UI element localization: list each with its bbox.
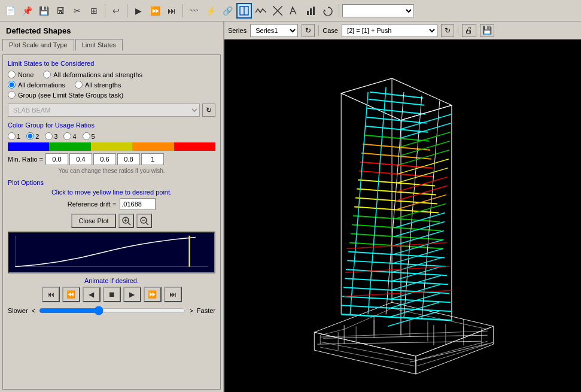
color-radio-2-input[interactable] — [26, 132, 34, 140]
stop-btn[interactable]: ⏹ — [103, 287, 121, 302]
export-btn[interactable]: 💾 — [480, 24, 494, 37]
color-bars — [8, 142, 215, 151]
color-radio-2[interactable]: 2 — [26, 132, 39, 140]
zoom-out-btn[interactable] — [136, 214, 152, 228]
play-fast-btn[interactable]: ⏩ — [147, 3, 163, 19]
main-layout: Deflected Shapes Plot Scale and Type Lim… — [0, 22, 581, 392]
radio-row-2: All deformations All strengths — [8, 81, 215, 89]
radio-none-input[interactable] — [8, 71, 16, 78]
svg-line-10 — [128, 223, 130, 225]
svg-rect-5 — [307, 11, 309, 15]
color-radio-5-input[interactable] — [83, 132, 90, 140]
plot-click-note: Click to move yellow line to desired poi… — [8, 189, 215, 196]
radio-row-1: None All deformations and strengths — [8, 71, 215, 78]
ratio-label: Min. Ratio = — [8, 156, 43, 163]
cut2-btn[interactable] — [270, 3, 285, 19]
ratio-input-1[interactable] — [69, 153, 92, 165]
view-sep1 — [318, 25, 319, 36]
grid-btn[interactable]: ⊞ — [86, 3, 102, 19]
color-radio-3-input[interactable] — [45, 132, 53, 140]
radio-all-ds-label: All deformations and strengths — [53, 71, 142, 78]
play-btn[interactable]: ▶ — [130, 3, 146, 19]
active-tool-btn[interactable] — [236, 3, 252, 19]
ls-refresh-btn[interactable]: ↻ — [202, 104, 215, 117]
left-panel: Deflected Shapes Plot Scale and Type Lim… — [0, 22, 224, 392]
slab-beam-dropdown[interactable]: SLAB BEAM — [8, 104, 200, 117]
3d-view[interactable] — [224, 39, 581, 392]
sep3 — [182, 4, 183, 17]
radio-all-s-input[interactable] — [75, 81, 83, 89]
tab-limit-states[interactable]: Limit States — [75, 39, 123, 51]
next-btn[interactable]: ⏩ — [144, 287, 162, 302]
radio-group[interactable]: Group (see Limit State Groups task) — [8, 91, 123, 99]
ratio-input-2[interactable] — [93, 153, 116, 165]
color-radio-4-input[interactable] — [63, 132, 71, 140]
zoom-in-btn[interactable] — [118, 214, 134, 228]
color-radio-4[interactable]: 4 — [63, 132, 76, 140]
ratio-input-3[interactable] — [117, 153, 140, 165]
color-radio-1[interactable]: 1 — [8, 132, 20, 140]
link-btn[interactable]: 🔗 — [220, 3, 235, 19]
ratio-note: You can change these ratios if you wish. — [8, 168, 215, 174]
tab-plot-scale[interactable]: Plot Scale and Type — [2, 39, 74, 51]
cut-btn[interactable]: ✂ — [69, 3, 85, 19]
case-refresh-btn[interactable]: ↻ — [441, 24, 454, 37]
svg-marker-8 — [324, 9, 326, 11]
radio-all-deform-strength[interactable]: All deformations and strengths — [43, 71, 142, 78]
cycle-btn[interactable] — [320, 3, 336, 19]
svg-line-14 — [146, 223, 148, 225]
color-group-title: Color Group for Usage Ratios — [8, 121, 215, 129]
case-dropdown[interactable]: [2] = [1] + Push — [342, 24, 437, 37]
speed-slider[interactable] — [39, 306, 185, 315]
color-radio-3[interactable]: 3 — [45, 132, 57, 140]
wave-btn[interactable]: 〰 — [186, 3, 202, 19]
color-bar-4 — [132, 142, 174, 151]
last-btn[interactable]: ⏭ — [164, 287, 182, 302]
radio-all-s-label: All strengths — [85, 81, 121, 89]
connect-btn[interactable] — [287, 3, 302, 19]
color-group-section: Color Group for Usage Ratios 1 2 3 — [8, 121, 215, 174]
sep2 — [127, 4, 127, 17]
slower-label: Slower — [8, 307, 28, 314]
ref-drift-input[interactable] — [120, 198, 156, 210]
ref-drift-row: Reference drift = — [8, 198, 215, 210]
radio-all-strength[interactable]: All strengths — [75, 81, 121, 89]
slab-beam-row: SLAB BEAM ↻ — [8, 104, 215, 117]
radio-group-input[interactable] — [8, 91, 16, 99]
chart-btn[interactable] — [303, 3, 319, 19]
radio-none[interactable]: None — [8, 71, 34, 78]
save-as-btn[interactable]: 🖫 — [53, 3, 68, 19]
series-refresh-btn[interactable]: ↻ — [302, 24, 315, 37]
bolt-btn[interactable]: ⚡ — [203, 3, 218, 19]
print-btn[interactable]: 🖨 — [462, 24, 476, 37]
close-plot-btn[interactable]: Close Plot — [71, 214, 115, 228]
speed-left-icon: < — [31, 307, 36, 314]
pin-btn[interactable]: 📌 — [19, 3, 35, 19]
save-btn[interactable]: 💾 — [36, 3, 51, 19]
color-radio-1-input[interactable] — [8, 132, 16, 140]
color-bar-1 — [8, 142, 49, 151]
first-btn[interactable]: ⏮ — [42, 287, 60, 302]
view-sep2 — [458, 25, 458, 36]
sep1 — [105, 4, 105, 17]
color-radio-5[interactable]: 5 — [83, 132, 95, 140]
radio-group-label: Group (see Limit State Groups task) — [18, 92, 123, 99]
prev-btn[interactable]: ◀ — [83, 287, 101, 302]
skip-btn[interactable]: ⏭ — [164, 3, 180, 19]
ratio-input-4[interactable] — [141, 153, 164, 165]
series-dropdown[interactable]: Series1 — [250, 24, 298, 37]
color-radio-3-label: 3 — [54, 133, 57, 140]
radio-all-ds-input[interactable] — [43, 71, 51, 78]
color-bar-5 — [174, 142, 215, 151]
new-btn[interactable]: 📄 — [2, 3, 18, 19]
ratio-input-0[interactable] — [45, 153, 68, 165]
structure-dropdown[interactable]: Entire structure — [342, 4, 414, 17]
prev-fast-btn[interactable]: ⏪ — [62, 287, 80, 302]
radio-all-d-input[interactable] — [8, 81, 16, 89]
play-anim-btn[interactable]: ▶ — [123, 287, 141, 302]
radio-all-deform[interactable]: All deformations — [8, 81, 65, 89]
undo-btn[interactable]: ↩ — [108, 3, 124, 19]
plot-area[interactable] — [8, 232, 215, 274]
svg-rect-6 — [310, 8, 312, 15]
wave2-btn[interactable] — [253, 3, 269, 19]
